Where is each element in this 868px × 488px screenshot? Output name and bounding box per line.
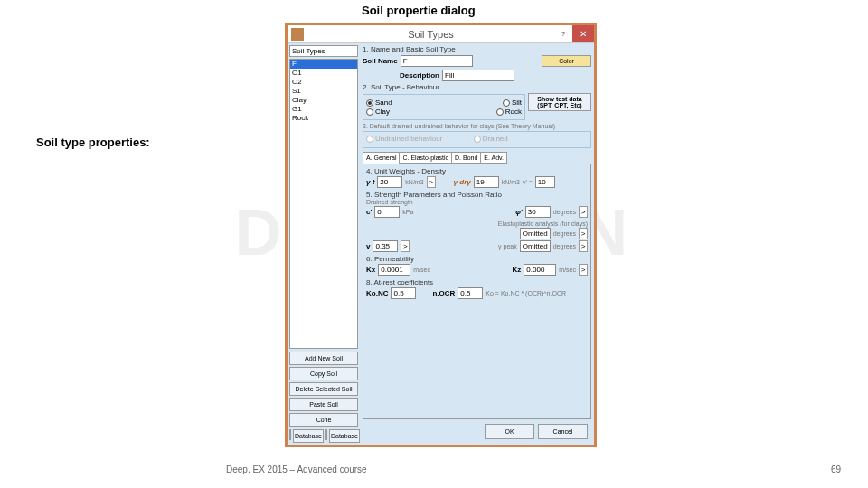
kx-label: Kx bbox=[366, 266, 375, 274]
gamma-prime-input[interactable] bbox=[535, 176, 555, 188]
show-test-data-button[interactable]: Show test data (SPT, CPT, Etc) bbox=[528, 93, 591, 111]
cancel-button[interactable]: Cancel bbox=[538, 424, 588, 439]
description-label: Description bbox=[400, 71, 439, 80]
soil-name-input[interactable] bbox=[401, 55, 473, 67]
expand-icon[interactable]: > bbox=[579, 206, 588, 218]
konc-label: Ko.NC bbox=[366, 289, 388, 297]
radio-rock[interactable]: Rock bbox=[496, 108, 522, 116]
radio-clay[interactable]: Clay bbox=[366, 108, 390, 116]
tabs: A. General C. Elasto-plastic D. Bond E. … bbox=[363, 152, 591, 164]
tab-content: 4. Unit Weights - Density γ t kN/m3 > γ … bbox=[363, 164, 591, 420]
elasto1-input[interactable] bbox=[520, 228, 551, 239]
copy-soil-button[interactable]: Copy Soil bbox=[289, 367, 358, 380]
dialog-footer: OK Cancel bbox=[363, 420, 591, 443]
tab-adv[interactable]: E. Adv. bbox=[480, 152, 507, 164]
nocr-input[interactable] bbox=[458, 287, 483, 299]
gamma-t-label: γ t bbox=[366, 178, 374, 186]
kz-input[interactable] bbox=[524, 264, 556, 276]
ok-button[interactable]: OK bbox=[485, 424, 534, 439]
gamma-dry-input[interactable] bbox=[474, 176, 499, 188]
kx-unit: m/sec bbox=[413, 267, 430, 273]
elasto-label: Elastoplastic analysis (for clays) bbox=[366, 221, 588, 227]
dialog-body: Soil Types F O1 O2 S1 Clay G1 Rock Add N… bbox=[288, 43, 594, 445]
phi-label: φ' bbox=[515, 208, 523, 216]
section6-header: 6. Permeability bbox=[366, 255, 588, 263]
database-up-icon bbox=[326, 429, 327, 440]
dialog-title: Soil Types bbox=[307, 29, 554, 40]
section2-header: 2. Soil Type - Behaviour bbox=[363, 83, 591, 91]
expand-icon[interactable]: > bbox=[579, 228, 588, 239]
v-label: v bbox=[366, 242, 370, 250]
drained-strength-label: Drained strength bbox=[366, 199, 588, 205]
list-item[interactable]: Clay bbox=[290, 96, 357, 105]
gamma-dry-label: γ dry bbox=[454, 178, 471, 186]
gamma-prime-label: γ' = bbox=[523, 179, 533, 185]
expand-icon[interactable]: > bbox=[579, 240, 588, 252]
side-label: Soil type properties: bbox=[36, 136, 150, 149]
kx-input[interactable] bbox=[378, 264, 410, 276]
gamma-t-unit: kN/m3 bbox=[405, 179, 423, 185]
c-input[interactable] bbox=[374, 206, 400, 218]
elasto1-unit: degrees bbox=[553, 230, 576, 237]
soil-list-header: Soil Types bbox=[289, 45, 358, 57]
list-item[interactable]: G1 bbox=[290, 105, 357, 114]
app-icon bbox=[291, 28, 304, 41]
list-item[interactable]: O2 bbox=[290, 78, 357, 87]
gamma-dry-unit: kN/m3 bbox=[502, 179, 520, 185]
paste-soil-button[interactable]: Paste Soil bbox=[289, 398, 358, 411]
c-unit: kPa bbox=[402, 209, 413, 215]
soil-name-label: Soil Name bbox=[363, 57, 398, 65]
elasto2-unit: degrees bbox=[553, 243, 576, 249]
titlebar: Soil Types ? ✕ bbox=[288, 25, 594, 43]
section4-header: 4. Unit Weights - Density bbox=[366, 167, 588, 175]
phi-unit: degrees bbox=[553, 209, 576, 215]
tab-general[interactable]: A. General bbox=[363, 152, 400, 164]
delete-soil-button[interactable]: Delete Selected Soil bbox=[289, 382, 358, 396]
tab-bond[interactable]: D. Bond bbox=[451, 152, 481, 164]
c-label: c' bbox=[366, 208, 372, 216]
phi-input[interactable] bbox=[525, 206, 551, 218]
konc-input[interactable] bbox=[391, 287, 416, 299]
radio-sand[interactable]: Sand bbox=[366, 99, 392, 107]
v-input[interactable] bbox=[373, 240, 398, 252]
kz-label: Kz bbox=[513, 266, 522, 274]
database-button-1[interactable]: Database bbox=[293, 429, 324, 443]
section5-header: 5. Strength Parameters and Poisson Ratio bbox=[366, 191, 588, 199]
cone-button[interactable]: Cone bbox=[289, 413, 358, 427]
help-button[interactable]: ? bbox=[554, 30, 572, 38]
list-item[interactable]: S1 bbox=[290, 87, 357, 96]
nocr-label: n.OCR bbox=[432, 289, 455, 297]
elasto2-input[interactable] bbox=[520, 240, 551, 252]
soil-list[interactable]: F O1 O2 S1 Clay G1 Rock bbox=[289, 59, 358, 349]
page-title: Soil propertie dialog bbox=[362, 4, 476, 17]
expand-icon[interactable]: > bbox=[401, 240, 410, 252]
soil-types-dialog: Soil Types ? ✕ Soil Types F O1 O2 S1 Cla… bbox=[285, 23, 597, 447]
footer-page-number: 69 bbox=[831, 465, 841, 474]
section1-header: 1. Name and Basic Soil Type bbox=[363, 45, 591, 53]
list-item[interactable]: O1 bbox=[290, 69, 357, 78]
add-new-soil-button[interactable]: Add New Soil bbox=[289, 352, 358, 365]
gamma-peak-label: γ peak bbox=[498, 243, 517, 249]
close-button[interactable]: ✕ bbox=[572, 25, 594, 42]
tab-elastoplastic[interactable]: C. Elasto-plastic bbox=[399, 152, 452, 164]
list-item[interactable]: Rock bbox=[290, 114, 357, 123]
database-button-2[interactable]: Database bbox=[329, 429, 360, 443]
ko-formula: Ko = Ko.NC * (OCR)^n.OCR bbox=[486, 290, 566, 296]
expand-icon[interactable]: > bbox=[579, 264, 588, 276]
section8-header: 8. At-rest coefficients bbox=[366, 278, 588, 286]
description-input[interactable] bbox=[442, 70, 514, 81]
radio-undrained: Undrained behaviour bbox=[366, 135, 442, 143]
footer-left: Deep. EX 2015 – Advanced course bbox=[226, 465, 367, 474]
gamma-t-input[interactable] bbox=[377, 176, 402, 188]
color-button[interactable]: Color bbox=[542, 55, 591, 67]
right-pane: 1. Name and Basic Soil Type Soil Name Co… bbox=[360, 43, 594, 445]
radio-drained: Drained bbox=[474, 135, 508, 143]
expand-icon[interactable]: > bbox=[427, 176, 436, 188]
database-down-icon bbox=[289, 429, 291, 440]
radio-silt[interactable]: Silt bbox=[503, 99, 522, 107]
list-item[interactable]: F bbox=[290, 60, 357, 69]
kz-unit: m/sec bbox=[559, 267, 576, 273]
section3-header: 3. Default drained-undrained behavior fo… bbox=[363, 123, 591, 129]
left-pane: Soil Types F O1 O2 S1 Clay G1 Rock Add N… bbox=[288, 43, 360, 445]
